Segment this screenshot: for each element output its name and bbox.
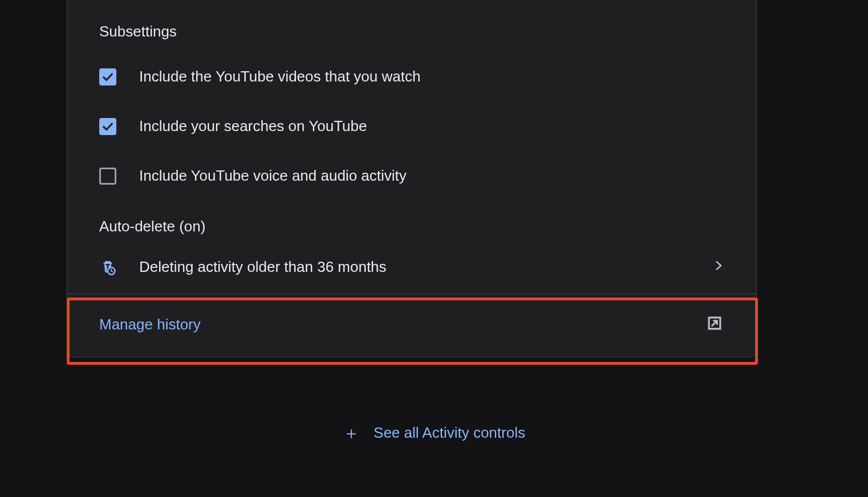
subsetting-row-searches[interactable]: Include your searches on YouTube — [67, 101, 756, 151]
auto-delete-title: Auto-delete (on) — [67, 201, 756, 247]
subsettings-title: Subsettings — [67, 0, 756, 52]
checkbox-unchecked-icon[interactable] — [99, 168, 116, 185]
open-external-icon — [705, 313, 724, 335]
checkbox-checked-icon[interactable] — [99, 68, 116, 85]
see-all-activity-controls-link[interactable]: ＋ See all Activity controls — [0, 424, 868, 442]
auto-delete-icon — [99, 258, 116, 276]
auto-delete-row[interactable]: Deleting activity older than 36 months — [67, 247, 756, 294]
plus-icon: ＋ — [343, 425, 360, 442]
checkbox-checked-icon[interactable] — [99, 118, 116, 135]
manage-history-label: Manage history — [99, 316, 201, 333]
subsetting-row-voice[interactable]: Include YouTube voice and audio activity — [67, 151, 756, 201]
subsetting-row-watch[interactable]: Include the YouTube videos that you watc… — [67, 52, 756, 101]
chevron-right-icon — [713, 257, 724, 276]
auto-delete-description: Deleting activity older than 36 months — [139, 258, 690, 276]
subsetting-label: Include YouTube voice and audio activity — [139, 167, 407, 185]
manage-history-row[interactable]: Manage history — [67, 294, 756, 357]
subsetting-label: Include your searches on YouTube — [139, 117, 367, 135]
subsetting-label: Include the YouTube videos that you watc… — [139, 68, 420, 85]
footer-label: See all Activity controls — [374, 424, 525, 442]
settings-card: Subsettings Include the YouTube videos t… — [67, 0, 757, 357]
